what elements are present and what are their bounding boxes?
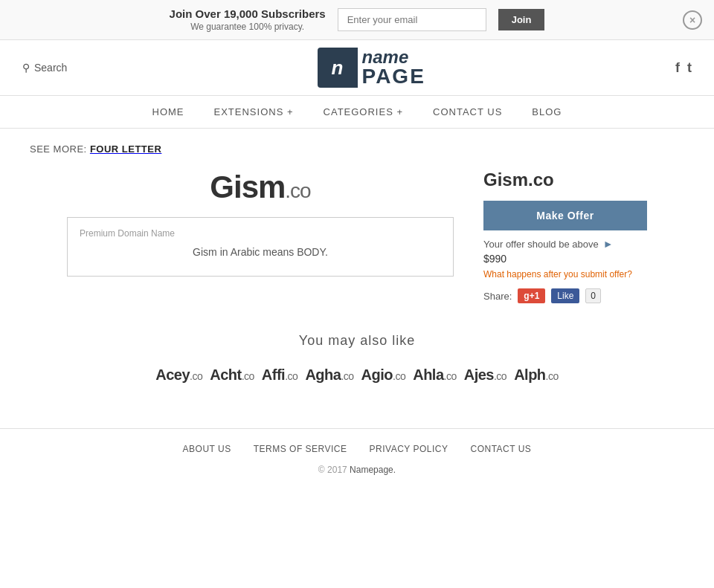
footer-copyright: © 2017 Namepage. <box>30 465 684 475</box>
offer-above-label: Your offer should be above <box>483 239 599 250</box>
domain-logo-large: Gism.co <box>67 169 454 205</box>
see-more-link-text: FOUR LETTER <box>90 143 162 155</box>
footer-link-terms[interactable]: TERMS OF SERVICE <box>254 444 347 454</box>
site-header: ⚲ Search n name PAGE f t <box>0 40 714 96</box>
similar-domain-tld-0: .co <box>190 370 202 382</box>
footer-copy-year: © 2017 <box>318 465 347 475</box>
search-trigger[interactable]: ⚲ Search <box>22 62 67 74</box>
banner-text: Join Over 19,000 Subscribers We guarante… <box>170 7 326 32</box>
search-icon: ⚲ <box>22 62 30 74</box>
similar-domain-tld-1: .co <box>242 370 254 382</box>
domain-name-large: Gism <box>210 169 285 204</box>
similar-domain-6[interactable]: Ajes.co <box>464 366 506 384</box>
site-footer: ABOUT US TERMS OF SERVICE PRIVACY POLICY… <box>0 428 714 490</box>
similar-domain-tld-2: .co <box>285 370 298 382</box>
logo-icon-char: n <box>332 56 344 80</box>
similar-domain-name-4: Agio <box>361 366 393 383</box>
main-nav: HOME EXTENSIONS + CATEGORIES + CONTACT U… <box>0 96 714 129</box>
share-row: Share: g+1 Like 0 <box>483 288 647 303</box>
similar-domain-3[interactable]: Agha.co <box>305 366 353 384</box>
similar-domains-list: Acey.co Acht.co Affi.co Agha.co Agio.co … <box>30 366 684 384</box>
see-more-link[interactable]: FOUR LETTER <box>90 143 162 155</box>
facebook-link[interactable]: f <box>675 60 680 76</box>
similar-domain-name-1: Acht <box>210 366 241 383</box>
search-label: Search <box>34 62 67 74</box>
banner-close-button[interactable]: × <box>683 10 702 30</box>
similar-domain-tld-4: .co <box>393 370 405 382</box>
footer-link-about[interactable]: ABOUT US <box>183 444 231 454</box>
similar-domain-name-3: Agha <box>305 366 341 383</box>
similar-domain-7[interactable]: Alph.co <box>514 366 559 384</box>
main-content: See more: FOUR LETTER Gism.co Premium Do… <box>0 129 714 428</box>
see-more-label: See more: <box>30 143 87 155</box>
offer-price: $990 <box>483 253 647 265</box>
similar-domain-name-6: Ajes <box>464 366 494 383</box>
domain-section: Gism.co Premium Domain Name Gism in Arab… <box>30 169 684 303</box>
domain-info-box: Premium Domain Name Gism in Arabic means… <box>67 217 454 277</box>
banner-join-button[interactable]: Join <box>498 9 545 30</box>
nav-categories[interactable]: CATEGORIES + <box>324 106 403 117</box>
similar-domain-5[interactable]: Ahla.co <box>413 366 457 384</box>
banner-email-input[interactable] <box>338 8 486 31</box>
similar-domain-tld-5: .co <box>444 370 457 382</box>
top-banner: Join Over 19,000 Subscribers We guarante… <box>0 0 714 40</box>
logo-icon-box: n <box>318 48 358 88</box>
nav-home[interactable]: HOME <box>152 106 184 117</box>
similar-domain-1[interactable]: Acht.co <box>210 366 254 384</box>
similar-domain-name-0: Acey <box>155 366 190 383</box>
similar-domain-0[interactable]: Acey.co <box>155 366 202 384</box>
gplus-button[interactable]: g+1 <box>518 288 545 303</box>
similar-domain-tld-6: .co <box>494 370 506 382</box>
similar-domain-2[interactable]: Affi.co <box>262 366 298 384</box>
footer-links: ABOUT US TERMS OF SERVICE PRIVACY POLICY… <box>30 444 684 454</box>
domain-tld-large: .co <box>285 179 310 202</box>
similar-domain-tld-7: .co <box>546 370 559 382</box>
banner-sub-text: We guarantee 100% privacy. <box>170 22 326 32</box>
similar-domain-4[interactable]: Agio.co <box>361 366 406 384</box>
domain-name-heading: Gism.co <box>483 169 647 190</box>
you-may-like-heading: You may also like <box>30 333 684 349</box>
facebook-like-count: 0 <box>585 288 601 303</box>
similar-domain-name-2: Affi <box>262 366 285 383</box>
nav-blog[interactable]: BLOG <box>532 106 562 117</box>
offer-info: Your offer should be above ► <box>483 238 647 250</box>
logo-text: name PAGE <box>358 48 425 87</box>
domain-info-desc: Gism in Arabic means BODY. <box>80 246 441 258</box>
domain-right-panel: Gism.co Make Offer Your offer should be … <box>483 169 647 303</box>
make-offer-button[interactable]: Make Offer <box>483 201 647 230</box>
breadcrumb: See more: FOUR LETTER <box>30 143 684 155</box>
domain-left-panel: Gism.co Premium Domain Name Gism in Arab… <box>67 169 454 277</box>
what-happens-link[interactable]: What happens after you submit offer? <box>483 269 647 280</box>
offer-arrow-icon: ► <box>603 238 614 250</box>
facebook-like-button[interactable]: Like <box>551 288 579 303</box>
footer-copy-link[interactable]: Namepage. <box>350 465 396 475</box>
you-may-like-section: You may also like <box>30 333 684 349</box>
similar-domain-name-7: Alph <box>514 366 545 383</box>
similar-domain-tld-3: .co <box>341 370 353 382</box>
banner-main-text: Join Over 19,000 Subscribers <box>170 7 326 20</box>
share-label: Share: <box>483 291 512 302</box>
social-links: f t <box>675 60 692 76</box>
footer-link-privacy[interactable]: PRIVACY POLICY <box>370 444 448 454</box>
site-logo: n name PAGE <box>318 48 425 88</box>
similar-domain-name-5: Ahla <box>413 366 443 383</box>
footer-link-contact[interactable]: CONTACT US <box>470 444 531 454</box>
domain-info-label: Premium Domain Name <box>80 228 441 239</box>
twitter-link[interactable]: t <box>687 60 692 76</box>
logo-name: name <box>362 48 425 66</box>
nav-extensions[interactable]: EXTENSIONS + <box>214 106 294 117</box>
logo-page: PAGE <box>362 66 425 87</box>
nav-contact[interactable]: CONTACT US <box>433 106 502 117</box>
